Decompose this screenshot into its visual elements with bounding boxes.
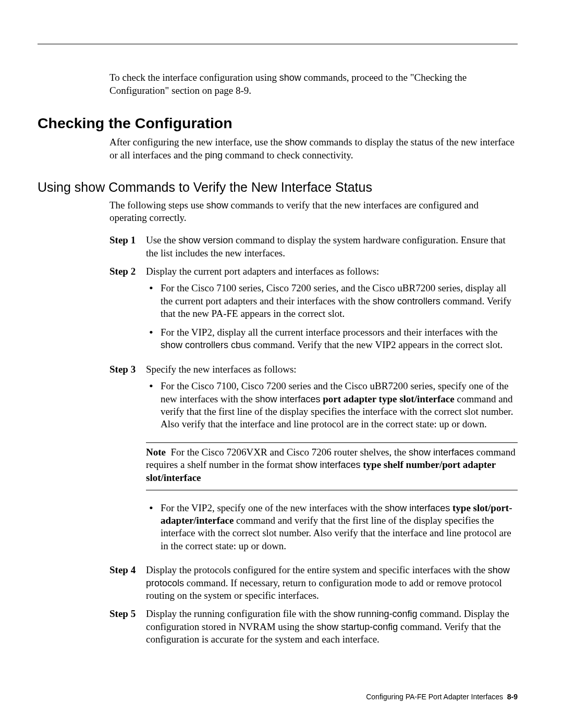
footer-page-number: 8-9 <box>507 693 518 701</box>
show-interfaces-command: show interfaces <box>385 503 450 513</box>
show-startup-config-command: show startup-conﬁg <box>316 622 398 632</box>
step-2-bullet-2: For the VIP2, display all the current in… <box>146 326 518 352</box>
step-2-label: Step 2 <box>109 265 146 358</box>
step-3-text: Specify the new interfaces as follows: <box>146 364 297 375</box>
show-controllers-command: show controllers <box>373 296 440 306</box>
heading-checking-configuration: Checking the Configuration <box>38 115 518 132</box>
step-4: Step 4 Display the protocols configured … <box>109 564 518 602</box>
step-3-bullet-2: For the VIP2, specify one of the new int… <box>146 502 518 552</box>
document-page: To check the interface configuration usi… <box>0 0 563 728</box>
note-label: Note <box>146 447 166 458</box>
step-5-body: Display the running configuration file w… <box>146 608 518 646</box>
step-2: Step 2 Display the current port adapters… <box>109 265 518 358</box>
show-running-config-command: show running-conﬁg <box>333 609 417 619</box>
step-4-body: Display the protocols configured for the… <box>146 564 518 602</box>
note-a: For the Cisco 7206VXR and Cisco 7206 rou… <box>170 447 408 458</box>
step-5: Step 5 Display the running configuration… <box>109 608 518 646</box>
footer-title: Configuring PA-FE Port Adapter Interface… <box>366 693 503 701</box>
step-1: Step 1 Use the show version command to d… <box>109 234 518 260</box>
s5-a: Display the running configuration file w… <box>146 608 333 619</box>
show-command: show <box>206 200 228 211</box>
step-2-text: Display the current port adapters and in… <box>146 266 379 277</box>
s2b2-b: command. Verify that the new VIP2 appear… <box>251 339 503 350</box>
step-2-body: Display the current port adapters and in… <box>146 265 518 358</box>
ping-command: ping <box>205 150 223 161</box>
header-rule <box>38 44 518 44</box>
after-h1-a: After configuring the new interface, use… <box>109 137 285 147</box>
show-version-command: show version <box>178 235 233 245</box>
after-h1-paragraph: After configuring the new interface, use… <box>109 136 518 162</box>
page-footer: Configuring PA-FE Port Adapter Interface… <box>366 693 518 701</box>
heading-using-show-commands: Using show Commands to Verify the New In… <box>38 180 518 195</box>
step-1-body: Use the show version command to display … <box>146 234 518 260</box>
s4-b: command. If necessary, return to configu… <box>146 577 502 601</box>
after-h1-c: command to check connectivity. <box>223 150 353 161</box>
step-3-label: Step 3 <box>109 363 146 559</box>
step-1-a: Use the <box>146 235 178 245</box>
step-3-bullet-1: For the Cisco 7100, Cisco 7200 series an… <box>146 380 518 430</box>
after-h2-a: The following steps use <box>109 200 206 211</box>
intro-text-a: To check the interface configuration usi… <box>109 72 279 83</box>
s3b1-arg: port adapter type slot/interface <box>321 393 455 404</box>
step-2-bullet-1: For the Cisco 7100 series, Cisco 7200 se… <box>146 282 518 320</box>
step-3-bullets-top: For the Cisco 7100, Cisco 7200 series an… <box>146 380 518 430</box>
note-block: Note For the Cisco 7206VXR and Cisco 720… <box>146 442 518 490</box>
step-1-label: Step 1 <box>109 234 146 260</box>
after-h2-paragraph: The following steps use show commands to… <box>109 199 518 225</box>
show-interfaces-command: show interfaces <box>255 394 320 404</box>
s2b2-a: For the VIP2, display all the current in… <box>161 327 498 338</box>
s3b2-a: For the VIP2, specify one of the new int… <box>161 502 385 513</box>
show-command: show <box>279 72 301 83</box>
step-2-bullets: For the Cisco 7100 series, Cisco 7200 se… <box>146 282 518 352</box>
step-3-bullets-bottom: For the VIP2, specify one of the new int… <box>146 502 518 552</box>
step-4-label: Step 4 <box>109 564 146 602</box>
step-3-body: Specify the new interfaces as follows: F… <box>146 363 518 559</box>
note-rule-top <box>146 442 518 443</box>
show-interfaces-command: show interfaces <box>409 447 474 458</box>
step-3: Step 3 Specify the new interfaces as fol… <box>109 363 518 559</box>
note-rule-bottom <box>146 490 518 490</box>
show-controllers-cbus-command: show controllers cbus <box>161 340 251 350</box>
step-5-label: Step 5 <box>109 608 146 646</box>
intro-paragraph: To check the interface configuration usi… <box>109 71 518 97</box>
s4-a: Display the protocols configured for the… <box>146 564 488 575</box>
show-interfaces-command: show interfaces <box>295 460 360 470</box>
show-command: show <box>285 137 307 147</box>
